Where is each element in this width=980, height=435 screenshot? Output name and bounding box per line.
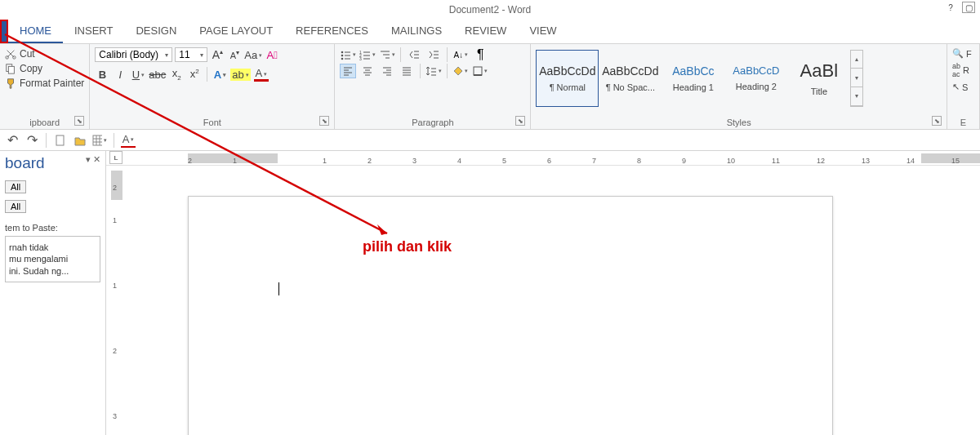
styles-dialog-launcher[interactable]: ⬊ [932,116,942,126]
styles-gallery-scroll[interactable]: ▴ ▾ ▾ [850,50,863,107]
shading-button[interactable] [452,64,469,78]
open-button[interactable] [73,133,87,148]
font-dialog-launcher[interactable]: ⬊ [319,116,329,126]
style-normal[interactable]: AaBbCcDd ¶ Normal [536,50,599,107]
find-icon: 🔍 [952,48,964,59]
new-button[interactable] [53,133,68,148]
tab-design[interactable]: DESIGN [124,20,188,43]
bullets-button[interactable] [340,47,356,62]
tab-home[interactable]: HOME [8,20,63,43]
item-to-paste-label: tem to Paste: [5,223,100,233]
style-no-spacing[interactable]: AaBbCcDd ¶ No Spac... [599,50,662,107]
bold-button[interactable]: B [95,69,109,81]
cut-button[interactable]: Cut [5,47,84,60]
paragraph-dialog-launcher[interactable]: ⬊ [515,116,525,126]
pane-controls[interactable]: ▾ ✕ [86,154,100,165]
horizontal-ruler[interactable]: L 211234567891011121314151718 [106,151,980,166]
undo-button[interactable]: ↶ [5,133,20,148]
tab-references[interactable]: REFERENCES [284,20,380,43]
clear-formatting-button[interactable]: A⃠ [265,49,279,61]
svg-rect-46 [56,135,64,145]
file-tab[interactable] [0,20,8,43]
scroll-down-icon[interactable]: ▾ [851,69,862,87]
redo-button[interactable]: ↷ [24,133,39,148]
font-size-combo[interactable]: 11▾ [175,47,207,62]
scissors-icon [5,48,16,60]
svg-point-4 [341,51,344,54]
paragraph-group: 123 A↓ ¶ Paragraph⬊ [335,44,531,129]
clear-all-button[interactable]: All [5,200,26,213]
svg-text:3: 3 [359,56,362,60]
paste-all-button[interactable]: All [5,180,26,193]
select-button[interactable]: ↖S [952,81,974,93]
multilevel-button[interactable] [379,47,395,62]
tab-review[interactable]: REVIEW [453,20,518,43]
tab-mailings[interactable]: MAILINGS [380,20,453,43]
subscript-button[interactable]: x2 [169,67,184,82]
numbering-button[interactable]: 123 [359,47,376,62]
clipboard-item[interactable]: rnah tidak mu mengalami ini. Sudah ng... [5,236,100,282]
cut-label: Cut [20,48,35,60]
help-icon[interactable]: ? [944,2,957,13]
borders-button[interactable] [472,64,488,78]
copy-icon [5,63,16,74]
find-button[interactable]: 🔍F [952,47,974,60]
grow-font-button[interactable]: A▴ [210,48,225,61]
sort-button[interactable]: A↓ [452,47,469,62]
tab-selector[interactable]: L [109,151,122,164]
clipboard-pane: ▾ ✕ board All All tem to Paste: rnah tid… [0,151,106,435]
brush-icon [5,78,16,89]
replace-button[interactable]: abacR [952,61,974,79]
ribbon-display-icon[interactable]: ▢ [962,2,975,13]
tab-view[interactable]: VIEW [518,20,568,43]
clipboard-dialog-launcher[interactable]: ⬊ [74,116,84,126]
clipboard-group: Cut Copy Format Painter ipboard⬊ [0,44,90,129]
styles-more-icon[interactable]: ▾ [851,87,862,106]
copy-button[interactable]: Copy [5,62,84,75]
format-painter-button[interactable]: Format Painter [5,77,84,90]
styles-group: AaBbCcDd ¶ Normal AaBbCcDd ¶ No Spac... … [531,44,947,129]
show-marks-button[interactable]: ¶ [472,47,488,62]
text-effects-button[interactable]: A [212,69,227,81]
ribbon: Cut Copy Format Painter ipboard⬊ Calibri… [0,44,980,130]
tab-page-layout[interactable]: PAGE LAYOUT [188,20,284,43]
strike-button[interactable]: abc [149,69,166,81]
font-group: Calibri (Body)▾ 11▾ A▴ A▾ Aa A⃠ B I U ab… [90,44,335,129]
line-spacing-button[interactable] [425,64,442,78]
italic-button[interactable]: I [113,69,127,81]
styles-group-label: Styles⬊ [536,116,942,127]
text-cursor [278,282,279,295]
cursor-icon: ↖ [952,82,960,92]
shrink-font-button[interactable]: A▾ [227,49,242,60]
clipboard-group-label: ipboard⬊ [5,116,84,127]
document-area: L 211234567891011121314151718 21123 [106,151,980,435]
table-button[interactable] [92,133,107,148]
svg-rect-3 [8,66,14,73]
editing-group: 🔍F abacR ↖S E [947,44,980,129]
font-group-label: Font⬊ [95,116,329,127]
font-name-combo[interactable]: Calibri (Body)▾ [95,47,172,62]
document-page[interactable] [188,196,833,435]
paragraph-group-label: Paragraph⬊ [340,116,525,127]
title-bar: Document2 - Word ? ▢ [0,0,980,20]
tab-insert[interactable]: INSERT [63,20,124,43]
style-heading1[interactable]: AaBbCc Heading 1 [662,50,724,107]
editing-group-label: E [952,116,974,127]
justify-button[interactable] [399,64,415,78]
scroll-up-icon[interactable]: ▴ [851,51,862,69]
increase-indent-button[interactable] [425,47,442,62]
underline-button[interactable]: U [131,69,145,81]
style-heading2[interactable]: AaBbCcD Heading 2 [724,50,787,107]
superscript-button[interactable]: x2 [187,68,202,80]
align-left-button[interactable] [340,64,356,78]
font-color-qat[interactable]: A [121,133,136,148]
change-case-button[interactable]: Aa [244,49,262,61]
highlight-button[interactable]: ab [230,69,250,81]
align-right-button[interactable] [379,64,395,78]
font-color-button[interactable]: A [254,67,269,82]
svg-point-6 [341,55,344,57]
style-title[interactable]: AaBl Title [787,50,850,107]
align-center-button[interactable] [359,64,376,78]
window-title: Document2 - Word [449,4,531,16]
decrease-indent-button[interactable] [406,47,422,62]
